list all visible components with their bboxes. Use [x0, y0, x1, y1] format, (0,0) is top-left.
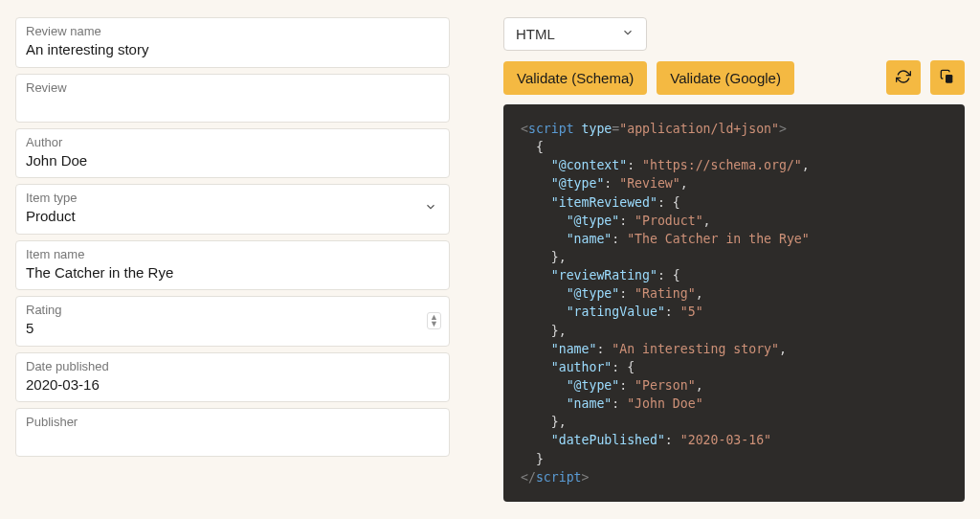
copy-icon [940, 69, 955, 87]
svg-rect-0 [946, 75, 952, 83]
item-name-field[interactable]: Item name The Catcher in the Rye [15, 240, 450, 291]
form-panel: Review name An interesting story Review … [15, 17, 450, 502]
date-published-field[interactable]: Date published 2020-03-16 [15, 352, 450, 403]
output-format-value: HTML [516, 26, 555, 42]
author-field[interactable]: Author John Doe [15, 128, 450, 179]
date-published-label: Date published [26, 359, 439, 373]
review-name-label: Review name [26, 24, 439, 38]
rating-field[interactable]: Rating 5 ▲▼ [15, 296, 450, 347]
publisher-label: Publisher [26, 415, 439, 429]
review-value [26, 97, 439, 114]
item-type-value: Product [26, 207, 439, 226]
author-value: John Doe [26, 151, 439, 170]
code-preview[interactable]: <script type="application/ld+json"> { "@… [503, 104, 965, 502]
publisher-value [26, 431, 439, 448]
date-published-value: 2020-03-16 [26, 375, 439, 395]
chevron-down-icon [621, 26, 635, 42]
item-name-value: The Catcher in the Rye [26, 263, 439, 282]
refresh-button[interactable] [886, 60, 921, 95]
validate-schema-button[interactable]: Validate (Schema) [503, 61, 647, 95]
review-label: Review [26, 80, 439, 95]
refresh-icon [896, 69, 911, 87]
item-name-label: Item name [26, 247, 439, 261]
review-name-field[interactable]: Review name An interesting story [15, 17, 450, 68]
publisher-field[interactable]: Publisher [15, 408, 450, 457]
copy-button[interactable] [930, 60, 965, 95]
review-name-value: An interesting story [26, 40, 439, 59]
rating-value: 5 [26, 319, 439, 338]
item-type-label: Item type [26, 191, 439, 205]
number-stepper-icon[interactable]: ▲▼ [427, 312, 441, 329]
output-panel: HTML Validate (Schema) Validate (Google) [503, 17, 965, 502]
review-field[interactable]: Review [15, 74, 450, 123]
item-type-field[interactable]: Item type Product [15, 184, 450, 235]
author-label: Author [26, 135, 439, 149]
validate-google-button[interactable]: Validate (Google) [657, 61, 794, 95]
output-format-select[interactable]: HTML [503, 17, 647, 51]
rating-label: Rating [26, 303, 439, 317]
